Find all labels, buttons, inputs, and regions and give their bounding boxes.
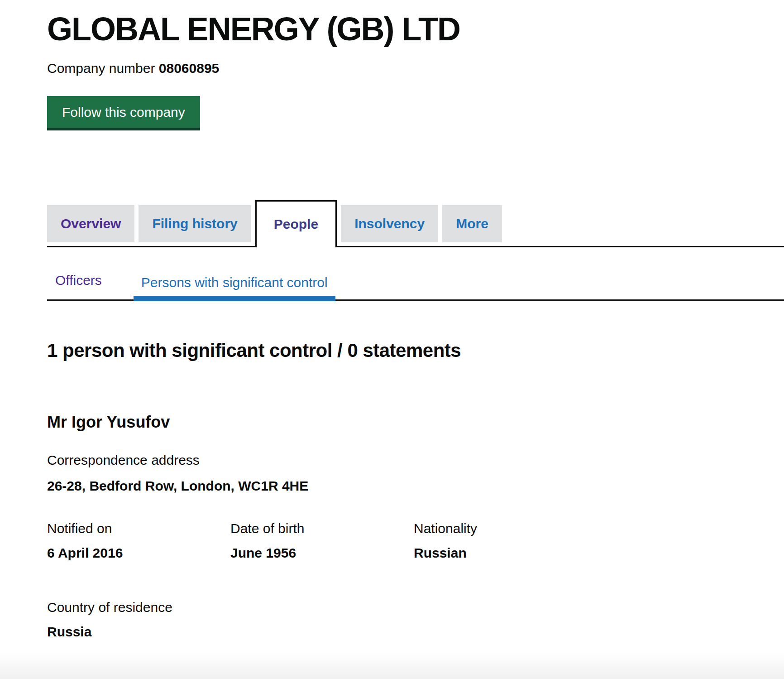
- subnav-persons-with-significant-control[interactable]: Persons with significant control: [134, 275, 335, 301]
- psc-details-row: Notified on 6 April 2016 Date of birth J…: [47, 521, 784, 561]
- tab-people[interactable]: People: [255, 200, 337, 247]
- notified-on-value: 6 April 2016: [47, 545, 230, 561]
- country-of-residence-label: Country of residence: [47, 600, 784, 615]
- tab-filing-history[interactable]: Filing history: [139, 205, 251, 242]
- correspondence-address-value: 26-28, Bedford Row, London, WC1R 4HE: [47, 478, 784, 494]
- follow-company-button[interactable]: Follow this company: [47, 96, 200, 130]
- field-nationality: Nationality Russian: [414, 521, 597, 561]
- psc-details-row-2: Country of residence Russia: [47, 600, 784, 640]
- tab-more[interactable]: More: [442, 205, 502, 242]
- psc-person-name: Mr Igor Yusufov: [47, 413, 784, 432]
- company-tabs: Overview Filing history People Insolvenc…: [47, 202, 784, 247]
- correspondence-address-label: Correspondence address: [47, 453, 784, 468]
- company-number-value: 08060895: [159, 61, 219, 76]
- nationality-value: Russian: [414, 545, 597, 561]
- company-number-label: Company number: [47, 61, 155, 76]
- field-notified-on: Notified on 6 April 2016: [47, 521, 230, 561]
- company-number: Company number 08060895: [47, 61, 784, 76]
- field-date-of-birth: Date of birth June 1956: [230, 521, 414, 561]
- field-country-of-residence: Country of residence Russia: [47, 600, 784, 640]
- notified-on-label: Notified on: [47, 521, 230, 536]
- page-title: GLOBAL ENERGY (GB) LTD: [47, 12, 784, 47]
- subnav-officers[interactable]: Officers: [47, 273, 110, 299]
- date-of-birth-value: June 1956: [230, 545, 414, 561]
- company-profile-page: GLOBAL ENERGY (GB) LTD Company number 08…: [0, 0, 784, 679]
- date-of-birth-label: Date of birth: [230, 521, 414, 536]
- tab-insolvency[interactable]: Insolvency: [341, 205, 438, 242]
- people-subnav: Officers Persons with significant contro…: [47, 273, 784, 301]
- nationality-label: Nationality: [414, 521, 597, 536]
- tab-overview[interactable]: Overview: [47, 205, 134, 242]
- psc-summary-heading: 1 person with significant control / 0 st…: [47, 340, 784, 361]
- country-of-residence-value: Russia: [47, 624, 784, 640]
- bottom-fade: [0, 653, 784, 679]
